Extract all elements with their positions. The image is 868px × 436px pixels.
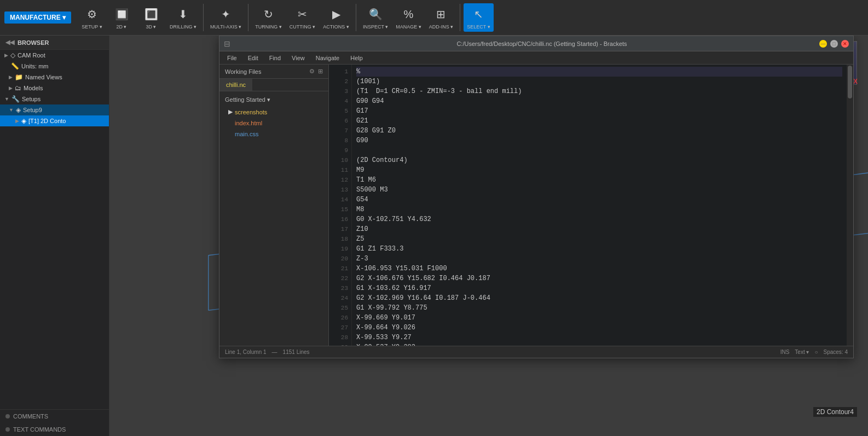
toolbar-group-setup[interactable]: ⚙ SETUP ▾ — [78, 3, 106, 32]
toolbar-group-drilling[interactable]: ⬇ DRILLING ▾ — [166, 3, 200, 32]
toolbar-group-add-ins[interactable]: ⊞ ADD-INS ▾ — [426, 3, 457, 32]
line-count: 1151 Lines — [283, 349, 310, 355]
sidebar-item-setup9[interactable]: ▼ ◈ Setup9 — [0, 104, 109, 115]
code-line-8[interactable]: G90 — [356, 136, 842, 146]
file-panel-icons[interactable]: ⚙ ⊞ — [309, 68, 323, 75]
toolbar-group-2d[interactable]: 🔲 2D ▾ — [107, 3, 136, 32]
code-line-22[interactable]: G2 X-106.676 Y15.682 I0.464 J0.187 — [356, 274, 842, 283]
editor-menubar: FileEditFindViewNavigateHelp — [219, 51, 853, 65]
code-line-12[interactable]: T1 M6 — [356, 175, 842, 185]
file-tree-section-getting-started[interactable]: Getting Started ▾ — [219, 94, 328, 106]
menu-navigate[interactable]: Navigate — [310, 53, 345, 63]
code-line-4[interactable]: G90 G94 — [356, 96, 842, 106]
file-tree-item-indexhtml[interactable]: index.html — [219, 118, 328, 129]
tree-label: [T1] 2D Conto — [28, 118, 66, 124]
cursor-position: Line 1, Column 1 — [225, 349, 267, 355]
file-tree-item-maincss[interactable]: main.css — [219, 129, 328, 139]
code-line-29[interactable]: X-99.527 Y9.282 — [356, 342, 842, 346]
close-button[interactable]: ✕ — [841, 40, 849, 48]
brand-button[interactable]: MANUFACTURE ▾ — [4, 11, 71, 24]
line-number-11: 11 — [329, 165, 348, 175]
toolbar-group-actions[interactable]: ▶ ACTIONS ▾ — [320, 3, 352, 32]
line-number-25: 25 — [329, 303, 348, 313]
code-line-24[interactable]: G2 X-102.969 Y16.64 I0.187 J-0.464 — [356, 293, 842, 303]
code-line-6[interactable]: G21 — [356, 116, 842, 126]
collapse-icon[interactable]: ◀◀ — [5, 39, 14, 46]
code-lines[interactable]: %(1001)(T1 D=1 CR=0.5 - ZMIN=-3 - ball e… — [352, 65, 847, 346]
toolbar-group-manage[interactable]: % MANAGE ▾ — [392, 3, 425, 32]
tree-label: CAM Root — [18, 52, 45, 59]
scroll-thumb[interactable] — [848, 66, 852, 98]
code-line-11[interactable]: M9 — [356, 165, 842, 175]
toolbar-group-3d[interactable]: 🔳 3D ▾ — [137, 3, 165, 32]
editor-scrollbar[interactable] — [847, 65, 853, 346]
menu-view[interactable]: View — [286, 53, 310, 63]
file-tree-folder-screenshots[interactable]: ▶ screenshots — [219, 106, 328, 118]
toolbar-label: SETUP ▾ — [82, 24, 102, 30]
line-number-24: 24 — [329, 293, 348, 303]
code-line-14[interactable]: G54 — [356, 195, 842, 205]
text-mode[interactable]: Text ▾ — [795, 349, 809, 355]
code-line-10[interactable]: (2D Contour4) — [356, 155, 842, 165]
code-line-2[interactable]: (1001) — [356, 77, 842, 86]
toolbar-label: DRILLING ▾ — [170, 24, 196, 30]
minimize-button[interactable]: — — [819, 40, 827, 48]
toolbar-group-turning[interactable]: ↻ TURNING ▾ — [252, 3, 285, 32]
toolbar-group-select[interactable]: ↖ SELECT ▾ — [464, 3, 493, 32]
sidebar-item-cam-root[interactable]: ▶ ◇ CAM Root — [0, 50, 109, 61]
code-line-3[interactable]: (T1 D=1 CR=0.5 - ZMIN=-3 - ball end mill… — [356, 86, 842, 96]
code-line-16[interactable]: G0 X-102.751 Y4.632 — [356, 214, 842, 224]
sidebar: ◀◀ BROWSER ▶ ◇ CAM Root 📏 Units: mm▶ 📁 N… — [0, 36, 109, 436]
toolbar-group-multi-axis[interactable]: ✦ MULTI-AXIS ▾ — [207, 3, 245, 32]
sidebar-tree: ▶ ◇ CAM Root 📏 Units: mm▶ 📁 Named Views▶… — [0, 50, 109, 409]
code-line-20[interactable]: Z-3 — [356, 254, 842, 264]
line-number-18: 18 — [329, 234, 348, 244]
sidebar-section-comments[interactable]: COMMENTS — [0, 410, 109, 423]
code-line-13[interactable]: S5000 M3 — [356, 185, 842, 195]
code-line-5[interactable]: G17 — [356, 106, 842, 116]
toolbar-label: INSPECT ▾ — [363, 24, 388, 30]
toolbar-group-inspect[interactable]: 🔍 INSPECT ▾ — [360, 3, 391, 32]
code-line-28[interactable]: X-99.533 Y9.27 — [356, 333, 842, 342]
settings-icon[interactable]: ⚙ — [309, 68, 315, 75]
code-line-27[interactable]: X-99.664 Y9.026 — [356, 323, 842, 333]
line-number-28: 28 — [329, 333, 348, 342]
sidebar-item-t1-2d-conto[interactable]: ▶ ◈ [T1] 2D Conto — [0, 115, 109, 126]
toolbar-icon: ✂ — [294, 5, 311, 23]
code-line-21[interactable]: X-106.953 Y15.031 F1000 — [356, 264, 842, 274]
encoding-indicator: ○ — [814, 349, 818, 355]
working-files-label: Working Files — [225, 68, 261, 75]
code-line-19[interactable]: G1 Z1 F333.3 — [356, 244, 842, 254]
sidebar-item-named-views[interactable]: ▶ 📁 Named Views — [0, 72, 109, 83]
line-number-14: 14 — [329, 195, 348, 205]
sidebar-item-setups[interactable]: ▼ 🔧 Setups — [0, 94, 109, 104]
line-number-12: 12 — [329, 175, 348, 185]
menu-file[interactable]: File — [222, 53, 242, 63]
code-line-7[interactable]: G28 G91 Z0 — [356, 126, 842, 136]
menu-help[interactable]: Help — [345, 53, 368, 63]
code-line-23[interactable]: G1 X-103.62 Y16.917 — [356, 283, 842, 293]
code-line-18[interactable]: Z5 — [356, 234, 842, 244]
code-line-25[interactable]: G1 X-99.792 Y8.775 — [356, 303, 842, 313]
code-line-15[interactable]: M8 — [356, 205, 842, 214]
tree-label: Setups — [22, 96, 40, 102]
code-line-1[interactable]: % — [356, 67, 842, 77]
line-number-6: 6 — [329, 116, 348, 126]
toolbar-group-cutting[interactable]: ✂ CUTTING ▾ — [286, 3, 319, 32]
code-line-26[interactable]: X-99.669 Y9.017 — [356, 313, 842, 323]
toolbar-label: MULTI-AXIS ▾ — [210, 24, 241, 30]
code-editor[interactable]: 1234567891011121314151617181920212223242… — [329, 65, 853, 346]
menu-edit[interactable]: Edit — [242, 53, 264, 63]
file-label: index.html — [235, 120, 262, 126]
sidebar-section-text-commands[interactable]: TEXT COMMANDS — [0, 423, 109, 436]
maximize-button[interactable]: □ — [830, 40, 838, 48]
code-line-9[interactable] — [356, 146, 842, 155]
file-tab-chilli[interactable]: chilli.nc — [219, 79, 252, 91]
layout-icon[interactable]: ⊞ — [318, 68, 323, 75]
spaces-indicator[interactable]: Spaces: 4 — [824, 349, 848, 355]
sidebar-item-units-mm[interactable]: 📏 Units: mm — [0, 61, 109, 72]
toolbar-label: TURNING ▾ — [255, 24, 282, 30]
menu-find[interactable]: Find — [264, 53, 286, 63]
code-line-17[interactable]: Z10 — [356, 224, 842, 234]
sidebar-item-models[interactable]: ▶ 🗂 Models — [0, 83, 109, 94]
